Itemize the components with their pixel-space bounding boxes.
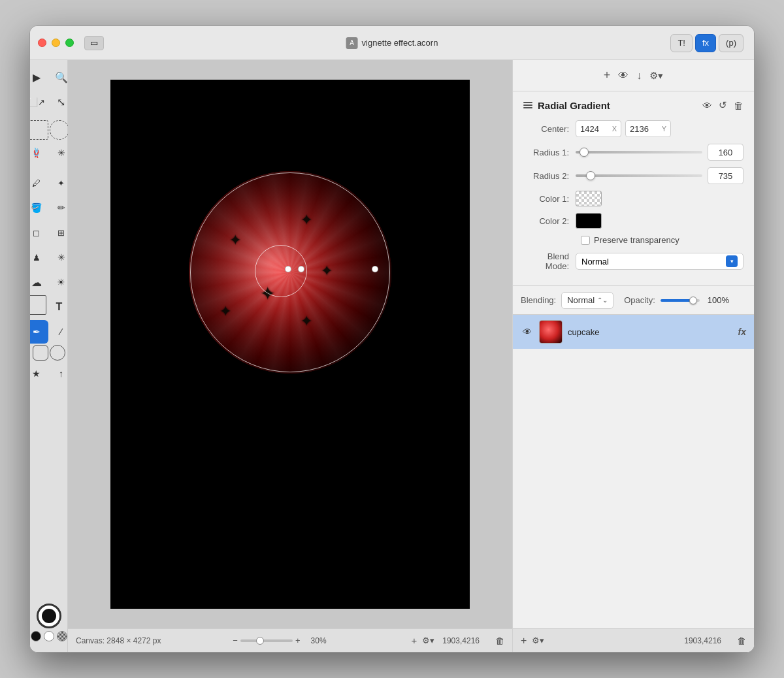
black-swatch[interactable]: [31, 631, 41, 641]
radius1-label: Radius 1:: [523, 148, 576, 157]
cloud-tool[interactable]: ☁: [30, 270, 48, 294]
color2-label: Color 2:: [523, 216, 576, 226]
center-row: Center: 1424 X 2136 Y: [523, 120, 743, 137]
statusbar-gear-icon[interactable]: ⚙▾: [422, 636, 434, 645]
center-x-tag: X: [612, 125, 617, 133]
layer-fx-icon[interactable]: fx: [738, 327, 746, 337]
canvas-coords: 1903,4216: [442, 636, 480, 645]
layer-header: Blending: Normal ⌃⌄ Opacity: 100%: [513, 286, 754, 315]
panel-eye-icon[interactable]: 👁: [618, 70, 629, 82]
zoom-mini-icon[interactable]: [57, 631, 67, 641]
tab-tools[interactable]: T!: [670, 34, 693, 52]
fullscreen-button[interactable]: [65, 39, 74, 47]
minimize-button[interactable]: [52, 39, 60, 47]
layer-blend-select[interactable]: Normal ⌃⌄: [561, 292, 613, 309]
drag-handle-icon[interactable]: [523, 102, 532, 108]
tab-effects[interactable]: fx: [695, 34, 716, 52]
zoom-in-icon[interactable]: +: [295, 636, 301, 645]
eyedropper-tool[interactable]: 🖊: [30, 171, 48, 195]
radius2-slider-container: 735: [576, 167, 743, 184]
bottom-add-icon[interactable]: +: [521, 635, 527, 647]
color1-swatch[interactable]: [576, 191, 602, 206]
canvas-statusbar: Canvas: 2848 × 4272 px − + 30% + ⚙▾ 1903…: [68, 628, 512, 652]
canvas[interactable]: ✦ ✦ ✦ ✦ ✦ ✦: [110, 80, 470, 609]
bottom-gear-icon[interactable]: ⚙▾: [532, 636, 544, 645]
radius2-value: 735: [719, 171, 733, 181]
add-layer-icon[interactable]: +: [412, 635, 417, 646]
right-panel: + 👁 ↓ ⚙▾ Radial Gradient 👁 ↺: [512, 60, 754, 652]
opacity-slider[interactable]: [661, 299, 700, 302]
mini-swatches: [31, 631, 67, 641]
filter-reset-icon[interactable]: ↺: [719, 99, 727, 111]
paint-bucket-tool[interactable]: 🪣: [30, 196, 48, 219]
preserve-row: Preserve transparency: [523, 235, 743, 245]
statusbar-trash-icon[interactable]: 🗑: [495, 636, 504, 646]
center-y-tag: Y: [662, 125, 666, 133]
gradient-center-dot[interactable]: [285, 266, 291, 272]
preserve-checkbox[interactable]: [581, 236, 590, 245]
center-x-input[interactable]: 1424 X: [576, 120, 621, 137]
blend-mode-dropdown[interactable]: Normal ▾: [576, 253, 743, 270]
panel-download-icon[interactable]: ↓: [636, 70, 642, 82]
filter-actions: 👁 ↺ 🗑: [702, 99, 743, 111]
foreground-color[interactable]: [37, 604, 61, 628]
blend-mode-value: Normal: [581, 257, 609, 266]
gradient-radius2-dot[interactable]: [372, 266, 378, 272]
sidebar-toggle-button[interactable]: ▭: [84, 36, 104, 50]
lasso-tool[interactable]: 🪢: [30, 141, 48, 165]
statusbar-right: + ⚙▾ 1903,4216 🗑: [399, 635, 505, 646]
filter-header: Radial Gradient 👁 ↺ 🗑: [523, 99, 743, 111]
square-tool[interactable]: [33, 345, 48, 361]
color2-row: Color 2:: [523, 213, 743, 229]
tab-params[interactable]: (p): [719, 34, 743, 52]
radius1-input[interactable]: 160: [708, 144, 743, 161]
panel-add-icon[interactable]: +: [604, 69, 611, 82]
gradient-radius1-dot[interactable]: [298, 266, 304, 272]
center-x-value: 1424: [580, 124, 599, 134]
title-text: vignette effect.acorn: [362, 38, 438, 48]
pen-tool[interactable]: ✒: [30, 320, 48, 344]
white-swatch[interactable]: [44, 631, 54, 641]
preserve-label: Preserve transparency: [594, 235, 679, 245]
color2-swatch[interactable]: [576, 213, 602, 229]
layer-visibility-icon[interactable]: 👁: [521, 327, 534, 337]
panel-gear-icon[interactable]: ⚙▾: [649, 70, 663, 82]
color-swatches: [31, 604, 67, 647]
blend-mode-row: Blend Mode: Normal ▾: [523, 251, 743, 271]
layer-name: cupcake: [568, 327, 733, 337]
radius2-slider[interactable]: [576, 174, 702, 177]
center-y-input[interactable]: 2136 Y: [625, 120, 671, 137]
color1-row: Color 1:: [523, 191, 743, 206]
blending-label: Blending:: [521, 295, 556, 305]
app-icon: A: [346, 37, 358, 49]
rect-shape-tool[interactable]: [30, 295, 46, 315]
filter-delete-icon[interactable]: 🗑: [734, 100, 743, 111]
sidebar-icon: ▭: [90, 38, 98, 48]
layer-item[interactable]: 👁 cupcake fx: [513, 315, 754, 349]
bottom-trash-icon[interactable]: 🗑: [737, 636, 746, 646]
filter-visibility-icon[interactable]: 👁: [702, 100, 712, 111]
canvas-info: Canvas: 2848 × 4272 px: [76, 636, 161, 645]
rect-select-tool[interactable]: [30, 120, 48, 140]
figure-tool[interactable]: ♟: [30, 246, 48, 269]
crop-tool[interactable]: ⬜↗: [30, 90, 48, 114]
radius2-input[interactable]: 735: [708, 167, 743, 184]
tab-tools-label: T!: [678, 38, 685, 48]
star-tool[interactable]: ★: [30, 362, 48, 385]
layer-list: 👁 cupcake fx: [513, 315, 754, 628]
image-scene: ✦ ✦ ✦ ✦ ✦ ✦: [189, 171, 391, 374]
traffic-lights: [38, 39, 74, 47]
zoom-slider[interactable]: [240, 639, 293, 642]
close-button[interactable]: [38, 39, 46, 47]
zoom-value: 30%: [311, 636, 327, 645]
canvas-container[interactable]: ✦ ✦ ✦ ✦ ✦ ✦: [68, 60, 512, 628]
zoom-controls: − +: [233, 636, 300, 645]
layer-blend-arrow-icon: ⌃⌄: [597, 297, 608, 304]
select-tool[interactable]: ▶: [30, 65, 48, 89]
circle-tool[interactable]: [50, 345, 65, 361]
tab-effects-label: fx: [702, 38, 709, 48]
zoom-out-icon[interactable]: −: [233, 636, 238, 645]
radius1-slider[interactable]: [576, 151, 702, 153]
ellipse-select-tool[interactable]: [50, 120, 69, 140]
eraser-tool[interactable]: ◻: [30, 221, 48, 244]
